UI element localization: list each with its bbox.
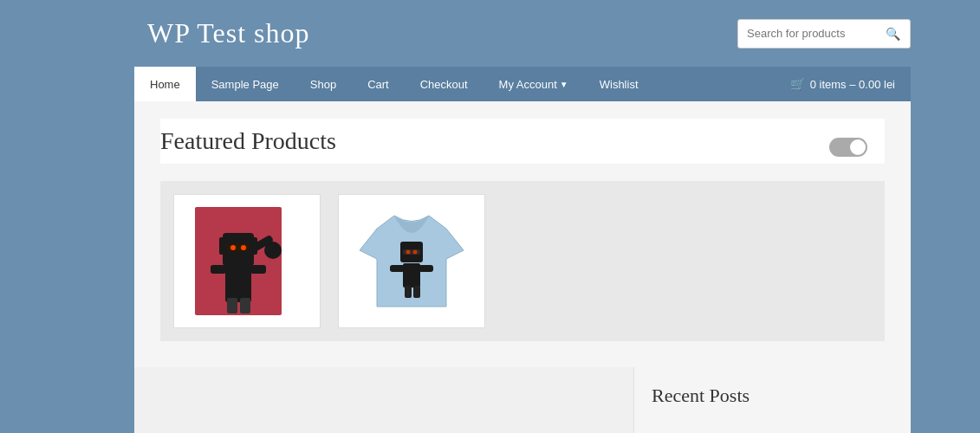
featured-section: Featured Products <box>134 101 911 367</box>
main-content: Featured Products <box>134 101 911 367</box>
svg-rect-3 <box>250 265 266 274</box>
svg-rect-1 <box>225 263 251 302</box>
cart-icon: 🛒 <box>790 77 805 91</box>
search-icon: 🔍 <box>886 27 900 41</box>
recent-posts-title: Recent Posts <box>652 385 893 407</box>
site-header: WP Test shop 🔍 <box>0 0 980 67</box>
bottom-area: Recent Posts <box>134 367 911 433</box>
left-content-area <box>134 367 633 433</box>
my-account-label: My Account <box>499 78 557 91</box>
svg-rect-2 <box>211 265 226 274</box>
svg-rect-4 <box>227 298 237 313</box>
right-sidebar: Recent Posts <box>633 367 911 433</box>
main-nav: Home Sample Page Shop Cart Checkout My A… <box>134 67 911 101</box>
svg-point-8 <box>230 245 236 250</box>
ninja-poster-image <box>186 203 308 320</box>
products-grid <box>160 181 885 341</box>
nav-item-home[interactable]: Home <box>134 67 196 101</box>
tshirt-image <box>351 203 472 320</box>
svg-rect-22 <box>413 286 420 298</box>
nav-item-my-account[interactable]: My Account ▼ <box>484 67 584 101</box>
search-button[interactable]: 🔍 <box>877 20 909 48</box>
search-input[interactable] <box>738 20 877 47</box>
svg-rect-7 <box>227 244 250 251</box>
toggle-button[interactable] <box>829 138 867 157</box>
nav-item-checkout[interactable]: Checkout <box>405 67 484 101</box>
product-card-ninja-poster[interactable] <box>173 194 321 328</box>
svg-rect-5 <box>240 298 250 313</box>
svg-rect-10 <box>219 237 226 255</box>
cart-summary[interactable]: 🛒 0 items – 0.00 lei <box>775 67 911 101</box>
svg-point-9 <box>241 245 246 250</box>
cart-label: 0 items – 0.00 lei <box>810 78 895 91</box>
product-card-tshirt[interactable] <box>338 194 485 328</box>
svg-rect-19 <box>390 265 405 272</box>
nav-item-cart[interactable]: Cart <box>352 67 405 101</box>
svg-point-16 <box>406 250 411 255</box>
nav-item-shop[interactable]: Shop <box>295 67 352 101</box>
search-bar[interactable]: 🔍 <box>737 19 911 48</box>
site-title: WP Test shop <box>147 17 310 49</box>
svg-rect-15 <box>403 249 420 255</box>
svg-rect-20 <box>419 265 433 272</box>
svg-rect-18 <box>403 263 420 288</box>
nav-item-wishlist[interactable]: Wishlist <box>584 67 654 101</box>
svg-rect-21 <box>405 286 412 298</box>
chevron-down-icon: ▼ <box>560 80 568 89</box>
svg-point-17 <box>413 250 418 255</box>
nav-item-sample-page[interactable]: Sample Page <box>196 67 295 101</box>
featured-title: Featured Products <box>160 119 885 164</box>
